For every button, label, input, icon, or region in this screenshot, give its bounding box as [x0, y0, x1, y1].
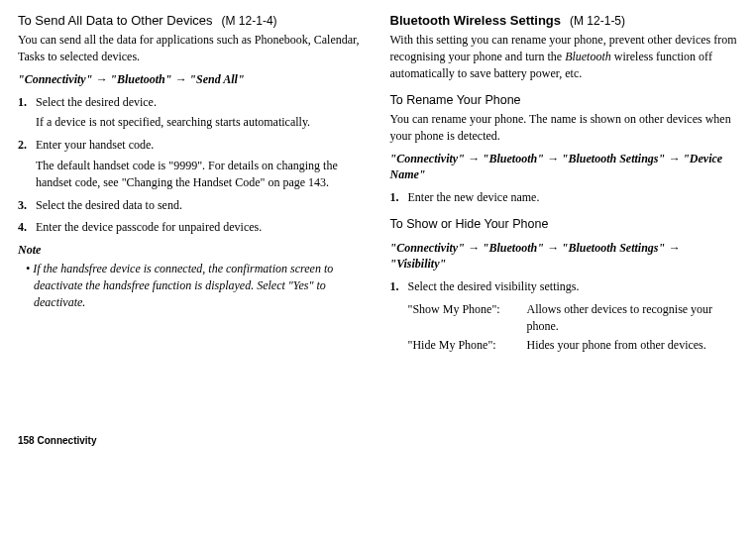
note-body: • If the handsfree device is connected, …: [26, 261, 367, 310]
visibility-steps: 1. Select the desired visibility setting…: [390, 278, 739, 295]
definition-row: "Hide My Phone": Hides your phone from o…: [390, 337, 739, 354]
rename-body: You can rename your phone. The name is s…: [390, 111, 739, 145]
step-number: 1.: [390, 189, 408, 206]
left-title: To Send All Data to Other Devices: [18, 13, 213, 28]
rename-navpath: "Connectivity" → "Bluetooth" → "Bluetoot…: [390, 151, 739, 184]
right-menu-code: (M 12-1-5): [570, 14, 625, 28]
left-menu-code: (M 12-1-4): [222, 14, 277, 28]
step-number: 1.: [390, 278, 408, 295]
step-number: 4.: [18, 219, 36, 236]
section-header-left: To Send All Data to Other Devices (M 12-…: [18, 12, 367, 30]
page-footer: 158 Connectivity: [18, 434, 738, 448]
rename-steps: 1. Enter the new device name.: [390, 189, 739, 206]
right-column: Bluetooth Wireless Settings (M 12-1-5) W…: [390, 12, 739, 355]
page-columns: To Send All Data to Other Devices (M 12-…: [18, 12, 738, 355]
definition-row: "Show My Phone": Allows other devices to…: [390, 301, 739, 335]
list-item: 1. Select the desired device. If a devic…: [18, 94, 367, 132]
list-item: 3. Select the desired data to send.: [18, 197, 367, 214]
step-content: Enter your handset code. The default han…: [36, 137, 367, 190]
list-item: 2. Enter your handset code. The default …: [18, 137, 367, 190]
definition-desc: Allows other devices to recognise your p…: [527, 301, 739, 335]
definition-label: "Show My Phone":: [408, 301, 527, 335]
step-number: 1.: [18, 94, 36, 132]
definition-desc: Hides your phone from other devices.: [527, 337, 706, 354]
section-header-right: Bluetooth Wireless Settings (M 12-1-5): [390, 12, 739, 30]
step-text: Enter the device passcode for unpaired d…: [36, 220, 262, 234]
definition-label: "Hide My Phone":: [408, 337, 527, 354]
list-item: 1. Select the desired visibility setting…: [390, 278, 739, 295]
left-steps: 1. Select the desired device. If a devic…: [18, 94, 367, 237]
right-title: Bluetooth Wireless Settings: [390, 13, 562, 28]
step-content: Select the desired device. If a device i…: [36, 94, 367, 132]
step-content: Select the desired data to send.: [36, 197, 367, 214]
step-number: 2.: [18, 137, 36, 190]
visibility-navpath: "Connectivity" → "Bluetooth" → "Bluetoot…: [390, 240, 739, 274]
step-text: Select the desired visibility settings.: [408, 278, 739, 295]
step-number: 3.: [18, 197, 36, 214]
left-intro: You can send all the data for applicatio…: [18, 32, 367, 65]
list-item: 1. Enter the new device name.: [390, 189, 739, 206]
step-text: Select the desired device.: [36, 95, 157, 109]
bluetooth-italic: Bluetooth: [565, 50, 611, 63]
step-content: Enter the device passcode for unpaired d…: [36, 219, 367, 236]
subhead-visibility: To Show or Hide Your Phone: [390, 216, 739, 234]
step-sub: The default handset code is "9999". For …: [36, 158, 367, 191]
right-intro: With this setting you can rename your ph…: [390, 32, 739, 81]
step-sub: If a device is not specified, searching …: [36, 114, 367, 131]
left-column: To Send All Data to Other Devices (M 12-…: [18, 12, 367, 355]
step-text: Enter the new device name.: [408, 189, 739, 206]
list-item: 4. Enter the device passcode for unpaire…: [18, 219, 367, 236]
left-navpath: "Connectivity" → "Bluetooth" → "Send All…: [18, 71, 367, 88]
subhead-rename: To Rename Your Phone: [390, 92, 739, 110]
step-text: Select the desired data to send.: [36, 198, 182, 212]
note-heading: Note: [18, 242, 367, 259]
step-text: Enter your handset code.: [36, 138, 154, 152]
